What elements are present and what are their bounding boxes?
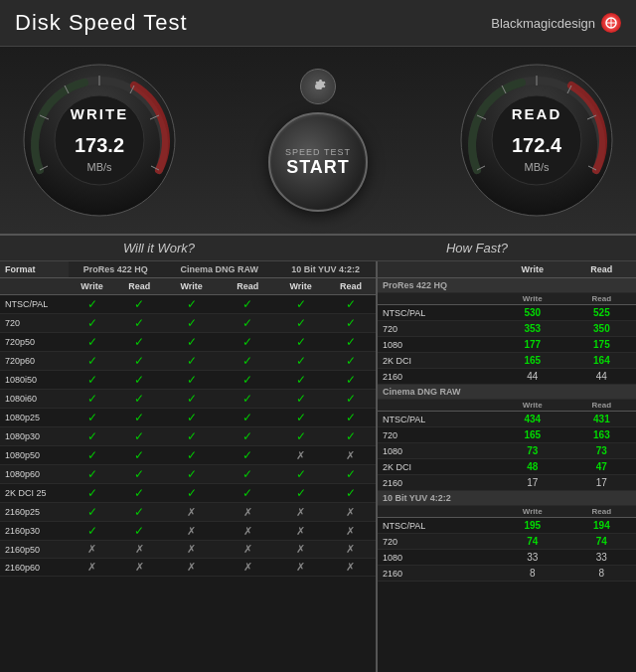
hf-read-header: Read <box>567 261 636 278</box>
settings-gear[interactable] <box>300 69 336 104</box>
check-cell: ✗ <box>275 446 326 465</box>
hf-read-sub: Read <box>567 293 636 305</box>
hf-format-cell: NTSC/PAL <box>378 518 498 534</box>
format-cell: 2160p25 <box>0 503 69 522</box>
hf-write-cell: 165 <box>498 353 567 369</box>
table-row: 2160 17 17 <box>378 475 636 491</box>
table-row: 2K DCI 165 164 <box>378 353 636 369</box>
gauge-section: WRITE 173.2 MB/s SPEED TEST START <box>0 47 636 236</box>
cinema-write-header: Write <box>163 278 220 295</box>
table-row: 2160p30✓✓✗✗✗✗ <box>0 522 376 541</box>
hf-read-cell: 73 <box>567 443 636 459</box>
check-cell: ✓ <box>69 503 116 522</box>
format-cell: 2160p60 <box>0 559 69 577</box>
app-title: Disk Speed Test <box>15 10 188 36</box>
hf-read-sub: Read <box>567 400 636 412</box>
check-cell: ✓ <box>116 333 164 352</box>
table-section: Format ProRes 422 HQ Cinema DNG RAW 10 B… <box>0 261 636 672</box>
table-row: 1080 33 33 <box>378 550 636 566</box>
format-cell: 720p60 <box>0 352 69 371</box>
hf-write-cell: 530 <box>498 305 567 321</box>
will-it-work-panel: Format ProRes 422 HQ Cinema DNG RAW 10 B… <box>0 261 378 672</box>
how-fast-table: Write Read ProRes 422 HQ Write Read NTSC… <box>378 261 636 582</box>
start-label-small: SPEED TEST <box>285 147 351 157</box>
table-row: 1080i50✓✓✓✓✓✓ <box>0 371 376 390</box>
start-button[interactable]: SPEED TEST START <box>268 112 368 212</box>
check-cell: ✓ <box>163 371 220 390</box>
hf-write-cell: 48 <box>498 459 567 475</box>
table-row: 2160 44 44 <box>378 369 636 385</box>
check-cell: ✓ <box>326 427 376 446</box>
check-cell: ✓ <box>116 371 164 390</box>
hf-read-cell: 74 <box>567 534 636 550</box>
check-cell: ✓ <box>116 446 164 465</box>
format-cell: 2160p50 <box>0 541 69 559</box>
hf-format-cell: 1080 <box>378 443 498 459</box>
start-label-main: START <box>286 157 350 178</box>
table-row: 2160p25✓✓✗✗✗✗ <box>0 503 376 522</box>
check-cell: ✗ <box>116 559 164 577</box>
check-cell: ✗ <box>275 503 326 522</box>
brand-logo <box>601 13 621 33</box>
check-cell: ✗ <box>69 541 116 559</box>
format-cell: 720p50 <box>0 333 69 352</box>
will-it-work-subtitle: Will it Work? <box>0 241 318 255</box>
hf-format-cell: 1080 <box>378 337 498 353</box>
hf-write-sub: Write <box>498 293 567 305</box>
check-cell: ✓ <box>69 333 116 352</box>
check-cell: ✓ <box>69 522 116 541</box>
check-cell: ✓ <box>116 522 164 541</box>
col-cinema-header: Cinema DNG RAW <box>163 261 275 278</box>
check-cell: ✓ <box>275 465 326 484</box>
check-cell: ✗ <box>275 522 326 541</box>
how-fast-subtitle: How Fast? <box>318 241 636 255</box>
check-cell: ✓ <box>116 295 164 314</box>
read-gauge-container: READ 172.4 MB/s <box>457 61 616 220</box>
write-label: WRITE <box>71 105 128 122</box>
hf-read-cell: 525 <box>567 305 636 321</box>
check-cell: ✓ <box>116 390 164 409</box>
table-row: NTSC/PAL 434 431 <box>378 412 636 427</box>
check-cell: ✓ <box>326 371 376 390</box>
format-cell: 1080i50 <box>0 371 69 390</box>
check-cell: ✓ <box>275 295 326 314</box>
section-sub-header: Write Read <box>378 506 636 518</box>
check-cell: ✓ <box>163 390 220 409</box>
hf-format-header <box>378 261 498 278</box>
table-row: 2160p60✗✗✗✗✗✗ <box>0 559 376 577</box>
section-name: Cinema DNG RAW <box>378 385 636 400</box>
check-cell: ✓ <box>116 409 164 427</box>
check-cell: ✗ <box>163 559 220 577</box>
hf-write-cell: 434 <box>498 412 567 427</box>
format-cell: NTSC/PAL <box>0 295 69 314</box>
hf-write-sub: Write <box>498 400 567 412</box>
check-cell: ✓ <box>116 484 164 503</box>
table-row: 1080 73 73 <box>378 443 636 459</box>
check-cell: ✓ <box>275 333 326 352</box>
read-speed: 172.4 <box>512 134 561 157</box>
check-cell: ✓ <box>163 295 220 314</box>
check-cell: ✓ <box>69 371 116 390</box>
hf-read-cell: 350 <box>567 321 636 337</box>
check-cell: ✗ <box>326 559 376 577</box>
hf-empty <box>378 293 498 305</box>
write-value-display: 173.2 MB/s <box>75 134 124 175</box>
section-sub-header: Write Read <box>378 400 636 412</box>
prores-read-header: Read <box>116 278 164 295</box>
check-cell: ✗ <box>163 541 220 559</box>
brand-area: Blackmagicdesign <box>491 13 621 33</box>
check-cell: ✗ <box>163 503 220 522</box>
table-row: 1080p25✓✓✓✓✓✓ <box>0 409 376 427</box>
read-label: READ <box>512 105 562 122</box>
table-row: 720p50✓✓✓✓✓✓ <box>0 333 376 352</box>
format-cell: 1080p60 <box>0 465 69 484</box>
check-cell: ✓ <box>220 427 275 446</box>
check-cell: ✓ <box>275 352 326 371</box>
check-cell: ✓ <box>220 465 275 484</box>
format-cell: 2160p30 <box>0 522 69 541</box>
check-cell: ✓ <box>69 409 116 427</box>
table-row: 720 353 350 <box>378 321 636 337</box>
hf-format-cell: 2160 <box>378 566 498 582</box>
hf-empty <box>378 400 498 412</box>
format-cell: 1080p50 <box>0 446 69 465</box>
